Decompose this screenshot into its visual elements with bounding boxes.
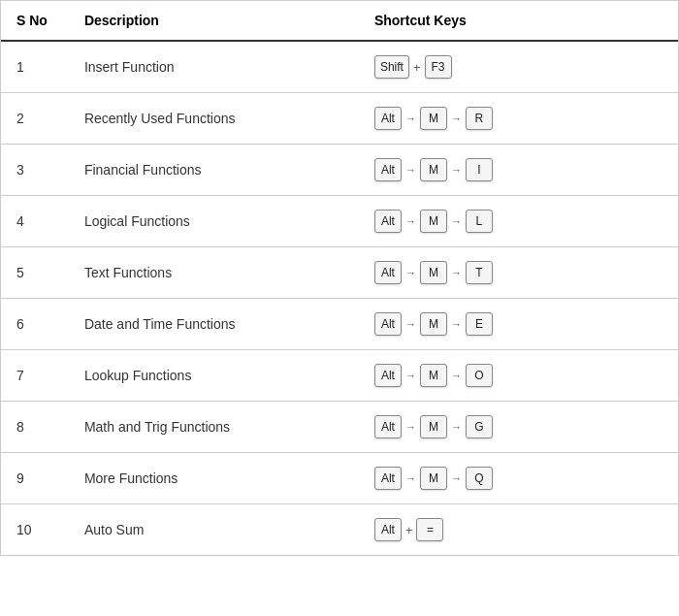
keyboard-key: E (466, 312, 493, 336)
shortcut-container: Alt→M→I (374, 158, 663, 181)
table-row: 7Lookup FunctionsAlt→M→O (1, 350, 678, 402)
table-row: 5Text FunctionsAlt→M→T (1, 247, 678, 299)
arrow-separator: → (405, 164, 416, 176)
table-header-row: S No Description Shortcut Keys (1, 1, 678, 41)
cell-sno: 9 (1, 453, 69, 504)
shortcut-container: Alt→M→L (374, 210, 663, 233)
cell-shortcut: Shift+F3 (359, 41, 678, 93)
arrow-separator: → (405, 318, 416, 330)
arrow-separator: → (451, 267, 462, 278)
cell-shortcut: Alt→M→G (359, 402, 678, 453)
keyboard-key: Alt (374, 158, 402, 181)
shortcut-keys-table: S No Description Shortcut Keys 1Insert F… (0, 0, 679, 556)
keyboard-key: F3 (425, 55, 452, 79)
cell-shortcut: Alt→M→E (359, 299, 678, 350)
cell-sno: 8 (1, 402, 69, 453)
keyboard-key: Alt (374, 518, 402, 541)
keyboard-key: Alt (374, 210, 402, 233)
cell-description: Auto Sum (69, 504, 359, 556)
shortcut-container: Alt+= (374, 518, 663, 541)
cell-description: Text Functions (69, 247, 359, 299)
keyboard-key: I (466, 158, 493, 181)
keyboard-key: M (420, 312, 447, 336)
cell-shortcut: Alt→M→O (359, 350, 678, 402)
shortcut-container: Alt→M→T (374, 261, 663, 284)
keyboard-key: M (420, 415, 447, 438)
arrow-separator: → (451, 472, 462, 484)
cell-shortcut: Alt→M→I (359, 145, 678, 196)
cell-sno: 5 (1, 247, 69, 299)
header-sno: S No (1, 1, 69, 41)
cell-description: Recently Used Functions (69, 93, 359, 145)
cell-shortcut: Alt→M→R (359, 93, 678, 145)
cell-sno: 1 (1, 41, 69, 93)
cell-shortcut: Alt+= (359, 504, 678, 556)
cell-sno: 4 (1, 196, 69, 247)
cell-sno: 3 (1, 145, 69, 196)
shortcut-container: Alt→M→Q (374, 467, 663, 490)
table-row: 6Date and Time FunctionsAlt→M→E (1, 299, 678, 350)
keyboard-key: M (420, 158, 447, 181)
table-row: 3Financial FunctionsAlt→M→I (1, 145, 678, 196)
arrow-separator: → (405, 421, 416, 433)
keyboard-key: M (420, 364, 447, 387)
keyboard-key: T (466, 261, 493, 284)
keyboard-key: Q (466, 467, 493, 490)
cell-sno: 6 (1, 299, 69, 350)
arrow-separator: → (405, 113, 416, 124)
arrow-separator: → (405, 267, 416, 278)
cell-sno: 7 (1, 350, 69, 402)
header-shortcut-keys: Shortcut Keys (359, 1, 678, 41)
table-row: 1Insert FunctionShift+F3 (1, 41, 678, 93)
arrow-separator: → (451, 164, 462, 176)
arrow-separator: → (451, 113, 462, 124)
keyboard-key: Alt (374, 312, 402, 336)
keyboard-key: Shift (374, 55, 409, 79)
header-description: Description (69, 1, 359, 41)
arrow-separator: → (405, 472, 416, 484)
keyboard-key: L (466, 210, 493, 233)
keyboard-key: R (466, 107, 493, 130)
arrow-separator: → (451, 318, 462, 330)
shortcut-container: Alt→M→E (374, 312, 663, 336)
keyboard-key: Alt (374, 415, 402, 438)
keyboard-key: Alt (374, 261, 402, 284)
shortcut-container: Shift+F3 (374, 55, 663, 79)
keyboard-key: Alt (374, 467, 402, 490)
plus-separator: + (413, 60, 421, 75)
cell-shortcut: Alt→M→L (359, 196, 678, 247)
table-row: 9More FunctionsAlt→M→Q (1, 453, 678, 504)
cell-description: Math and Trig Functions (69, 402, 359, 453)
cell-sno: 2 (1, 93, 69, 145)
keyboard-key: M (420, 467, 447, 490)
keyboard-key: Alt (374, 107, 402, 130)
table-row: 8Math and Trig FunctionsAlt→M→G (1, 402, 678, 453)
cell-description: Logical Functions (69, 196, 359, 247)
arrow-separator: → (451, 421, 462, 433)
arrow-separator: → (451, 370, 462, 381)
table-row: 4Logical FunctionsAlt→M→L (1, 196, 678, 247)
keyboard-key: = (416, 518, 443, 541)
shortcut-container: Alt→M→G (374, 415, 663, 438)
table-row: 2Recently Used FunctionsAlt→M→R (1, 93, 678, 145)
cell-shortcut: Alt→M→T (359, 247, 678, 299)
keyboard-key: M (420, 261, 447, 284)
keyboard-key: M (420, 210, 447, 233)
shortcut-container: Alt→M→R (374, 107, 663, 130)
cell-description: Financial Functions (69, 145, 359, 196)
keyboard-key: M (420, 107, 447, 130)
cell-sno: 10 (1, 504, 69, 556)
keyboard-key: G (466, 415, 493, 438)
plus-separator: + (405, 523, 413, 537)
cell-description: Insert Function (69, 41, 359, 93)
cell-description: Date and Time Functions (69, 299, 359, 350)
cell-description: More Functions (69, 453, 359, 504)
keyboard-key: Alt (374, 364, 402, 387)
shortcut-container: Alt→M→O (374, 364, 663, 387)
arrow-separator: → (405, 370, 416, 381)
cell-description: Lookup Functions (69, 350, 359, 402)
keyboard-key: O (466, 364, 493, 387)
arrow-separator: → (451, 215, 462, 227)
table-row: 10Auto SumAlt+= (1, 504, 678, 556)
cell-shortcut: Alt→M→Q (359, 453, 678, 504)
